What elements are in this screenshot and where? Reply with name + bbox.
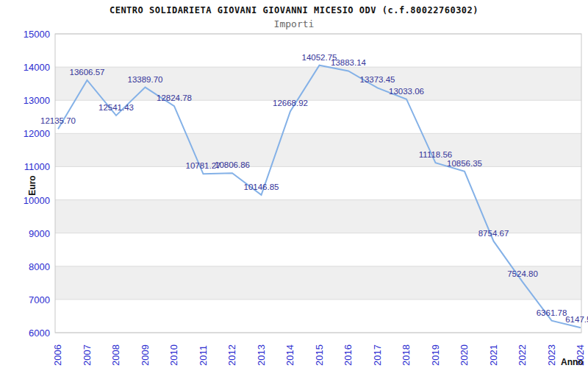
- y-tick-label: 14000: [24, 62, 50, 73]
- data-point-label: 12135.70: [40, 116, 76, 125]
- x-tick-label: 2022: [517, 344, 528, 366]
- x-tick-label: 2023: [546, 344, 557, 366]
- y-tick-label: 10000: [24, 195, 50, 206]
- data-point-label: 6147.55: [565, 315, 588, 324]
- x-tick-label: 2012: [226, 344, 237, 366]
- plot-band: [55, 266, 581, 300]
- data-point-label: 13883.14: [331, 58, 367, 67]
- x-tick-label: 2014: [284, 344, 295, 366]
- x-tick-label: 2016: [343, 344, 354, 366]
- x-tick-label: 2006: [52, 344, 63, 366]
- data-point-label: 11118.56: [419, 150, 452, 159]
- data-point-label: 10856.35: [447, 159, 482, 168]
- x-tick-label: 2013: [256, 344, 267, 366]
- x-tick-label: 2011: [198, 345, 209, 366]
- x-tick-label: 2007: [82, 344, 93, 366]
- data-point-label: 13606.57: [70, 68, 105, 77]
- data-point-label: 10146.85: [244, 183, 279, 191]
- x-tick-label: 2015: [314, 344, 325, 366]
- x-tick-label: 2009: [140, 344, 151, 366]
- y-tick-label: 6000: [29, 328, 50, 339]
- y-tick-label: 8000: [29, 261, 50, 272]
- data-point-label: 6361.78: [537, 308, 567, 317]
- x-tick-label: 2008: [110, 344, 121, 366]
- data-point-label: 12824.78: [157, 93, 192, 102]
- y-tick-label: 12000: [24, 128, 50, 139]
- plot-band: [55, 67, 581, 100]
- y-tick-label: 13000: [24, 95, 50, 106]
- x-tick-label: 2019: [430, 344, 441, 366]
- data-point-label: 7524.80: [507, 269, 538, 278]
- x-tick-label: 2010: [168, 344, 179, 366]
- data-point-label: 10806.86: [215, 160, 250, 169]
- x-axis-title: Anno: [561, 357, 584, 367]
- data-point-label: 13373.45: [360, 75, 395, 84]
- y-axis-title: Euro: [27, 175, 37, 195]
- chart-page: CENTRO SOLIDARIETA GIOVANI GIOVANNI MICE…: [0, 0, 588, 368]
- y-tick-label: 15000: [24, 29, 50, 40]
- data-point-label: 12668.92: [273, 99, 308, 107]
- x-tick-label: 2020: [459, 344, 470, 366]
- data-point-label: 13389.70: [128, 75, 163, 84]
- plot-band: [55, 133, 581, 166]
- data-point-label: 13033.06: [389, 87, 424, 96]
- x-tick-label: 2021: [488, 344, 499, 366]
- y-tick-label: 11000: [24, 161, 50, 172]
- data-point-label: 8754.67: [478, 229, 509, 238]
- plot-generated: 6000700080009000100001100012000130001400…: [24, 29, 588, 366]
- x-tick-label: 2017: [372, 344, 383, 366]
- chart-canvas: 6000700080009000100001100012000130001400…: [0, 0, 588, 368]
- y-tick-label: 9000: [29, 228, 50, 239]
- y-tick-label: 7000: [29, 294, 50, 305]
- data-point-label: 12541.43: [98, 103, 134, 112]
- x-tick-label: 2018: [401, 344, 412, 366]
